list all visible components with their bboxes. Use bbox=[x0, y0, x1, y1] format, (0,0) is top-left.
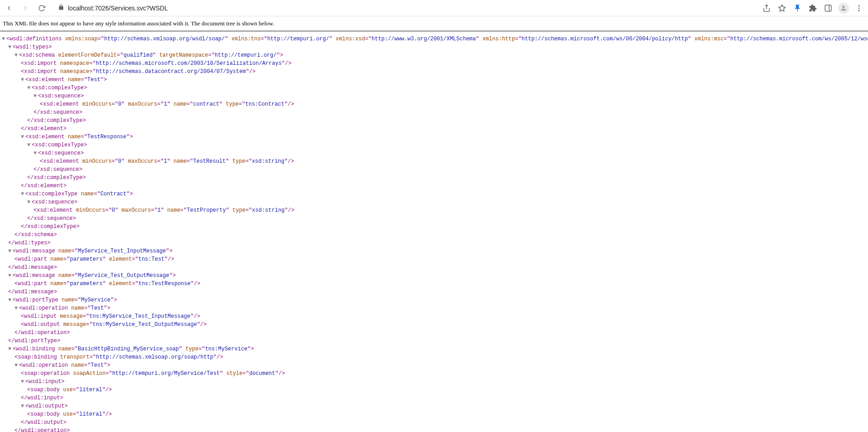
xml-line[interactable]: ▼<xsd:complexType name="Contract"> bbox=[1, 190, 867, 198]
xml-line[interactable]: ▼<wsdl:types> bbox=[1, 43, 867, 51]
xml-line[interactable]: </xsd:complexType> bbox=[1, 116, 867, 125]
xml-line[interactable]: <wsdl:part name="parameters" element="tn… bbox=[1, 280, 867, 288]
xml-line[interactable]: ▼<wsdl:definitions xmlns:soap="http://sc… bbox=[1, 35, 867, 43]
xml-line[interactable]: ▼<xsd:complexType> bbox=[1, 84, 867, 92]
xml-line[interactable]: </wsdl:types> bbox=[1, 239, 867, 247]
toggle-icon[interactable]: ▼ bbox=[14, 304, 19, 312]
toggle-icon[interactable]: ▼ bbox=[21, 402, 25, 410]
share-icon[interactable] bbox=[761, 3, 772, 14]
xml-line[interactable]: <wsdl:output message="tns:MyService_Test… bbox=[1, 320, 867, 329]
xml-line[interactable]: </wsdl:input> bbox=[1, 394, 867, 402]
toggle-icon[interactable]: ▼ bbox=[27, 84, 32, 92]
menu-icon[interactable] bbox=[854, 3, 864, 14]
toggle-icon[interactable]: ▼ bbox=[27, 141, 32, 149]
toolbar-right bbox=[761, 3, 864, 14]
xml-line[interactable]: ▼<wsdl:message name="MyService_Test_Inpu… bbox=[1, 247, 867, 255]
toggle-icon[interactable]: ▼ bbox=[21, 133, 25, 141]
xml-line[interactable]: ▼<xsd:element name="Test"> bbox=[1, 76, 867, 84]
xml-tree: ▼<wsdl:definitions xmlns:soap="http://sc… bbox=[0, 31, 868, 432]
toggle-icon[interactable]: ▼ bbox=[14, 51, 19, 59]
toggle-icon[interactable]: ▼ bbox=[8, 247, 13, 255]
xml-line[interactable]: </xsd:sequence> bbox=[1, 108, 867, 116]
xml-line[interactable]: <xsd:import namespace="http://schemas.mi… bbox=[1, 59, 867, 68]
xml-line[interactable]: </xsd:schema> bbox=[1, 231, 867, 239]
xml-line[interactable]: <xsd:element minOccurs="0" maxOccurs="1"… bbox=[1, 157, 867, 165]
xml-line[interactable]: <xsd:import namespace="http://schemas.da… bbox=[1, 68, 867, 76]
toggle-icon[interactable]: ▼ bbox=[21, 76, 25, 84]
browser-toolbar: localhost:7026/Services.svc?WSDL bbox=[0, 0, 868, 16]
xml-line[interactable]: </wsdl:operation> bbox=[1, 329, 867, 337]
back-button[interactable] bbox=[4, 3, 14, 14]
xml-line[interactable]: <soap:body use="literal"/> bbox=[1, 410, 867, 418]
toggle-icon[interactable]: ▼ bbox=[27, 198, 32, 206]
xml-line[interactable]: <soap:body use="literal"/> bbox=[1, 386, 867, 394]
profile-avatar[interactable] bbox=[838, 3, 849, 14]
xml-line[interactable]: ▼<wsdl:operation name="Test"> bbox=[1, 361, 867, 369]
xml-line[interactable]: ▼<wsdl:binding name="BasicHttpBinding_My… bbox=[1, 345, 867, 353]
xml-line[interactable]: <xsd:element minOccurs="0" maxOccurs="1"… bbox=[1, 206, 867, 214]
xml-line[interactable]: </xsd:sequence> bbox=[1, 214, 867, 223]
xml-line[interactable]: ▼<wsdl:operation name="Test"> bbox=[1, 304, 867, 312]
toggle-icon[interactable]: ▼ bbox=[21, 378, 25, 386]
xml-line[interactable]: <soap:binding transport="http://schemas.… bbox=[1, 353, 867, 361]
toggle-icon[interactable]: ▼ bbox=[8, 272, 13, 280]
pin-icon[interactable] bbox=[792, 3, 803, 14]
svg-point-4 bbox=[858, 5, 860, 6]
toggle-icon[interactable]: ▼ bbox=[8, 345, 13, 353]
xml-line[interactable]: </xsd:element> bbox=[1, 125, 867, 133]
xml-line[interactable]: ▼<xsd:sequence> bbox=[1, 149, 867, 157]
xml-line[interactable]: ▼<wsdl:message name="MyService_Test_Outp… bbox=[1, 272, 867, 280]
svg-point-6 bbox=[858, 10, 860, 11]
xml-line[interactable]: </xsd:element> bbox=[1, 182, 867, 190]
xml-line[interactable]: <wsdl:part name="parameters" element="tn… bbox=[1, 255, 867, 263]
svg-point-5 bbox=[858, 7, 860, 9]
xml-line[interactable]: ▼<xsd:element name="TestResponse"> bbox=[1, 133, 867, 141]
xml-line[interactable]: </wsdl:portType> bbox=[1, 337, 867, 345]
xml-line[interactable]: </wsdl:message> bbox=[1, 263, 867, 272]
address-bar[interactable]: localhost:7026/Services.svc?WSDL bbox=[53, 2, 756, 15]
extensions-icon[interactable] bbox=[807, 3, 818, 14]
xml-line[interactable]: </wsdl:output> bbox=[1, 418, 867, 427]
svg-marker-1 bbox=[779, 5, 786, 11]
lock-icon bbox=[58, 4, 64, 12]
xml-line[interactable]: ▼<xsd:complexType> bbox=[1, 141, 867, 149]
panel-icon[interactable] bbox=[823, 3, 834, 14]
xml-line[interactable]: ▼<wsdl:input> bbox=[1, 378, 867, 386]
xml-line[interactable]: </wsdl:operation> bbox=[1, 427, 867, 432]
xml-line[interactable]: ▼<xsd:sequence> bbox=[1, 92, 867, 100]
toggle-icon[interactable]: ▼ bbox=[2, 35, 6, 43]
xml-notice: This XML file does not appear to have an… bbox=[0, 16, 868, 31]
xml-line[interactable]: ▼<wsdl:portType name="MyService"> bbox=[1, 296, 867, 304]
url-text: localhost:7026/Services.svc?WSDL bbox=[68, 5, 168, 12]
xml-line[interactable]: </xsd:complexType> bbox=[1, 174, 867, 182]
xml-line[interactable]: <wsdl:input message="tns:MyService_Test_… bbox=[1, 312, 867, 320]
toggle-icon[interactable]: ▼ bbox=[8, 296, 13, 304]
forward-button[interactable] bbox=[20, 3, 31, 14]
reload-button[interactable] bbox=[36, 3, 47, 14]
svg-rect-2 bbox=[825, 5, 831, 11]
xml-line[interactable]: <xsd:element minOccurs="0" maxOccurs="1"… bbox=[1, 100, 867, 108]
xml-line[interactable]: </xsd:sequence> bbox=[1, 165, 867, 174]
xml-line[interactable]: </wsdl:message> bbox=[1, 288, 867, 296]
xml-line[interactable]: </xsd:complexType> bbox=[1, 223, 867, 231]
toggle-icon[interactable]: ▼ bbox=[8, 43, 13, 51]
toggle-icon[interactable]: ▼ bbox=[14, 361, 19, 369]
xml-line[interactable]: ▼<xsd:schema elementFormDefault="qualifi… bbox=[1, 51, 867, 59]
xml-line[interactable]: <soap:operation soapAction="http://tempu… bbox=[1, 369, 867, 378]
toggle-icon[interactable]: ▼ bbox=[34, 149, 38, 157]
bookmark-icon[interactable] bbox=[777, 3, 787, 14]
toggle-icon[interactable]: ▼ bbox=[34, 92, 38, 100]
xml-line[interactable]: ▼<wsdl:output> bbox=[1, 402, 867, 410]
xml-line[interactable]: ▼<xsd:sequence> bbox=[1, 198, 867, 206]
toggle-icon[interactable]: ▼ bbox=[21, 190, 25, 198]
